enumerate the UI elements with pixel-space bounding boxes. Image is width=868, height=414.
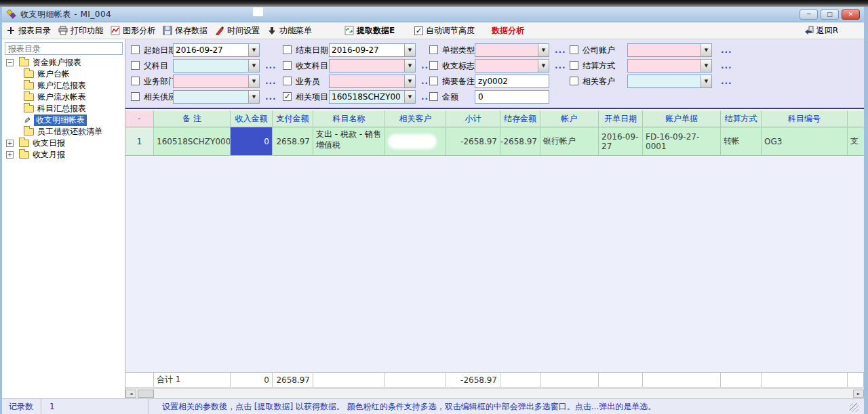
inout-subject-checkbox[interactable] [283, 61, 292, 70]
chevron-down-icon[interactable]: ▼ [404, 91, 415, 103]
cell-payment[interactable]: 2658.97 [273, 127, 313, 156]
parent-subject-more-button[interactable]: ... [265, 59, 277, 73]
cell-balance[interactable]: -2658.97 [500, 127, 540, 156]
dept-select[interactable]: ▼ [173, 75, 260, 88]
company-account-more-button[interactable]: ... [721, 43, 732, 57]
supplier-checkbox[interactable] [131, 92, 140, 101]
end-date-checkbox[interactable] [283, 45, 292, 54]
doc-type-more-button[interactable]: ... [555, 43, 566, 57]
cell-doc-no[interactable]: FD-16-09-27-0001 [643, 127, 721, 156]
tree-root-fund-account-reports[interactable]: − 资金账户报表 [2, 57, 125, 68]
expand-icon[interactable]: + [6, 151, 14, 159]
tree-search-input[interactable] [5, 42, 123, 55]
tree-item-employee-loan-list[interactable]: 员工借款还款清单 [2, 126, 125, 138]
chart-analysis-button[interactable]: 图形分析 [111, 25, 155, 37]
collapse-icon[interactable]: − [6, 59, 14, 66]
memo-checkbox[interactable] [429, 77, 438, 85]
grid-header-payment[interactable]: 支付金额 [273, 110, 313, 127]
cell-date[interactable]: 2016-09-27 [599, 127, 643, 156]
print-button[interactable]: 打印功能 [58, 25, 103, 37]
settle-method-checkbox[interactable] [570, 61, 578, 70]
chevron-down-icon[interactable]: ▼ [538, 44, 549, 56]
grid-header-subtotal[interactable]: 小计 [446, 110, 500, 127]
scroll-right-button[interactable]: ► [853, 390, 864, 398]
grid-header-subject-code[interactable]: 科目编号 [762, 110, 848, 127]
inout-flag-more-button[interactable]: ... [555, 59, 566, 73]
grid-header-account[interactable]: 帐户 [540, 110, 599, 127]
report-directory-button[interactable]: 报表目录 [6, 25, 51, 37]
close-button[interactable]: ✕ [842, 9, 860, 20]
chevron-down-icon[interactable]: ▼ [538, 60, 549, 72]
company-account-checkbox[interactable] [570, 45, 578, 54]
end-date-select[interactable]: 2016-09-27 ▼ [329, 43, 416, 57]
project-checkbox-checked[interactable]: ✓ [283, 92, 292, 101]
cell-income-selected[interactable]: 0 [231, 127, 273, 156]
amount-checkbox[interactable] [429, 92, 438, 101]
start-date-select[interactable]: 2016-09-27 ▼ [173, 43, 260, 57]
chevron-down-icon[interactable]: ▼ [248, 75, 259, 87]
chevron-down-icon[interactable]: ▼ [404, 75, 415, 87]
customer-select[interactable]: ▼ [627, 75, 712, 88]
grid-header-memo[interactable]: 备 注 [154, 110, 231, 127]
supplier-select[interactable]: ▼ [173, 90, 260, 104]
cell-extra[interactable]: 支 [848, 127, 864, 156]
inout-flag-checkbox[interactable] [429, 61, 438, 70]
doc-type-checkbox[interactable] [429, 45, 438, 54]
supplier-more-button[interactable]: ... [265, 90, 277, 104]
grid-header-date[interactable]: 开单日期 [599, 110, 643, 127]
tree-root-inout-daily[interactable]: + 收支日报 [2, 138, 125, 149]
tree-item-subject-summary[interactable]: 科目汇总报表 [2, 103, 125, 115]
extract-data-button[interactable]: 提取数据E [344, 25, 395, 37]
settle-method-more-button[interactable]: ... [721, 59, 732, 73]
parent-subject-select[interactable]: ▼ [173, 59, 260, 73]
cell-subject[interactable]: 支出 - 税款 - 销售增值税 [313, 127, 385, 156]
cell-settle[interactable]: 转帐 [721, 127, 762, 156]
settle-method-select[interactable]: ▼ [627, 59, 712, 73]
chevron-down-icon[interactable]: ▼ [701, 44, 711, 56]
grid-header-customer[interactable]: 相关客户 [385, 110, 446, 127]
memo-input[interactable]: zy0002 [475, 75, 549, 88]
grid-header-selector[interactable]: - [125, 110, 154, 127]
tree-root-inout-monthly[interactable]: + 收支月报 [2, 149, 125, 161]
time-settings-button[interactable]: 时间设置 [215, 25, 260, 37]
chevron-down-icon[interactable]: ▼ [248, 60, 259, 72]
parent-subject-checkbox[interactable] [131, 61, 140, 70]
start-date-checkbox[interactable] [131, 45, 140, 54]
tree-item-account-ledger[interactable]: 账户台帐 [2, 68, 125, 80]
expand-icon[interactable]: + [6, 140, 14, 147]
cell-memo[interactable]: 160518SCHZY0007 [154, 127, 231, 156]
table-row[interactable]: 1 160518SCHZY0007 0 2658.97 支出 - 税款 - 销售… [125, 127, 864, 156]
inout-flag-select[interactable]: ▼ [475, 59, 549, 73]
grid-header-doc-no[interactable]: 账户单据 [643, 110, 721, 127]
salesman-checkbox[interactable] [283, 77, 292, 85]
data-analysis-button[interactable]: 数据分析 [492, 25, 524, 37]
scroll-left-button[interactable]: ◄ [125, 390, 136, 398]
auto-height-checkbox[interactable]: ✓ 自动调节高度 [414, 25, 475, 37]
amount-input[interactable]: 0 [475, 90, 549, 104]
maximize-button[interactable]: □ [821, 9, 839, 20]
customer-more-button[interactable]: ... [721, 75, 732, 88]
chevron-down-icon[interactable]: ▼ [248, 44, 259, 56]
chevron-down-icon[interactable]: ▼ [701, 60, 711, 72]
tree-item-account-flow[interactable]: 账户流水帐表 [2, 91, 125, 103]
cell-customer[interactable] [385, 127, 446, 156]
scrollbar-thumb[interactable] [138, 390, 154, 398]
chevron-down-icon[interactable]: ▼ [404, 44, 415, 56]
back-button[interactable]: 返回R [804, 25, 838, 37]
doc-type-select[interactable]: ▼ [475, 43, 549, 57]
tree-item-account-summary[interactable]: 账户汇总报表 [2, 80, 125, 91]
company-account-select[interactable]: ▼ [627, 43, 712, 57]
chevron-down-icon[interactable]: ▼ [701, 75, 711, 87]
function-menu-button[interactable]: 功能菜单 [267, 25, 312, 37]
customer-checkbox[interactable] [570, 77, 578, 85]
grid-header-income[interactable]: 收入金额 [231, 110, 273, 127]
horizontal-scrollbar[interactable]: ◄ ► [125, 388, 864, 398]
save-data-button[interactable]: 保存数据 [163, 25, 208, 37]
cell-account[interactable]: 银行帐户 [540, 127, 599, 156]
cell-row-index[interactable]: 1 [125, 127, 154, 156]
minimize-button[interactable]: ─ [800, 9, 818, 20]
chevron-down-icon[interactable]: ▼ [404, 60, 415, 72]
cell-subtotal[interactable]: -2658.97 [446, 127, 500, 156]
dept-checkbox[interactable] [131, 77, 140, 85]
grid-header-subject[interactable]: 科目名称 [313, 110, 385, 127]
